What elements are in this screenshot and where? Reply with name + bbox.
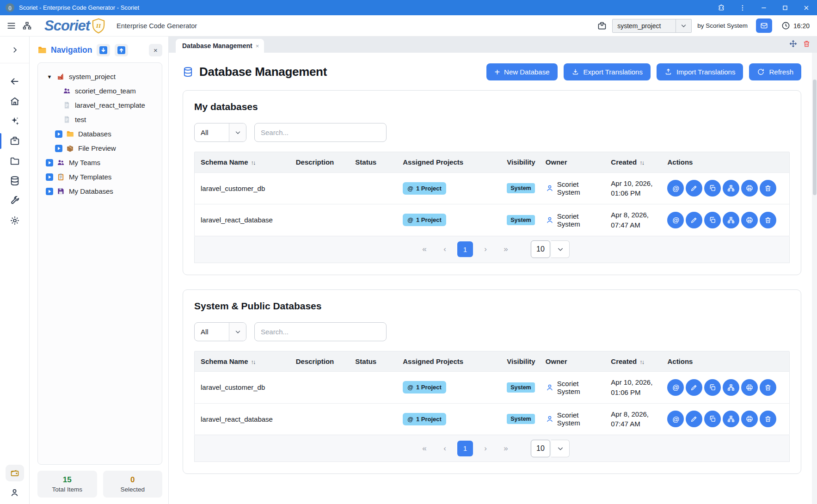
sitemap-icon[interactable] (23, 21, 31, 30)
tree-item-file-preview[interactable]: File Preview (41, 141, 159, 155)
tools-button[interactable] (0, 195, 29, 207)
copy-action-button[interactable] (704, 411, 721, 427)
databases-button[interactable] (0, 175, 29, 187)
edit-action-button[interactable] (686, 180, 702, 197)
col-created[interactable]: Created↑↓ (605, 351, 661, 372)
col-schema-name[interactable]: Schema Name↑↓ (195, 351, 290, 372)
edit-action-button[interactable] (686, 411, 702, 427)
copy-action-button[interactable] (704, 180, 721, 197)
link-action-button[interactable]: @ (667, 180, 684, 197)
import-translations-button[interactable]: Import Translations (657, 63, 743, 80)
vertical-scrollbar[interactable] (812, 53, 817, 504)
tree-item-my-templates[interactable]: My Templates (41, 170, 159, 184)
last-page-button[interactable]: » (496, 444, 516, 453)
projects-button[interactable] (0, 135, 29, 147)
col-created[interactable]: Created↑↓ (605, 152, 661, 172)
chevron-down-icon[interactable] (676, 19, 691, 32)
wallet-button[interactable] (6, 465, 24, 481)
expand-panel-button[interactable] (0, 37, 29, 63)
tree-item-system-project[interactable]: ▼ system_project (41, 69, 159, 84)
home-button[interactable] (0, 95, 29, 107)
chevron-down-icon[interactable] (229, 123, 246, 141)
sparkles-button[interactable] (0, 115, 29, 127)
print-action-button[interactable] (741, 180, 758, 197)
link-action-button[interactable]: @ (667, 411, 684, 427)
expand-toggle-icon[interactable] (45, 188, 54, 195)
copy-action-button[interactable] (704, 379, 721, 396)
expand-toggle-icon[interactable] (45, 159, 54, 166)
expand-toggle-icon[interactable] (45, 173, 54, 181)
close-button[interactable] (796, 0, 817, 15)
delete-action-button[interactable] (760, 379, 776, 396)
filter-select[interactable]: All (194, 322, 246, 341)
prev-page-button[interactable]: ‹ (435, 245, 455, 254)
next-page-button[interactable]: › (475, 444, 496, 453)
link-action-button[interactable]: @ (667, 212, 684, 228)
edit-action-button[interactable] (686, 212, 702, 228)
col-schema-name[interactable]: Schema Name↑↓ (195, 152, 290, 172)
schema-action-button[interactable] (723, 180, 739, 197)
caret-down-icon[interactable]: ▼ (45, 74, 54, 80)
current-page-button[interactable]: 1 (457, 241, 473, 257)
page-size-select[interactable]: 10 (531, 440, 570, 457)
search-input[interactable] (254, 322, 387, 341)
assigned-projects-badge[interactable]: @1 Project (403, 182, 446, 195)
move-panel-icon[interactable] (789, 40, 797, 48)
edit-action-button[interactable] (686, 379, 702, 396)
hamburger-menu-icon[interactable] (6, 21, 16, 31)
chevron-down-icon[interactable] (229, 323, 246, 341)
expand-all-button[interactable] (115, 44, 128, 56)
delete-action-button[interactable] (760, 411, 776, 427)
page-size-select[interactable]: 10 (531, 240, 570, 258)
copy-action-button[interactable] (704, 212, 721, 228)
expand-toggle-icon[interactable] (55, 145, 63, 152)
collapse-all-button[interactable] (97, 44, 110, 56)
export-translations-button[interactable]: Export Translations (564, 63, 651, 80)
chevron-down-icon[interactable] (551, 440, 570, 457)
current-page-button[interactable]: 1 (457, 441, 473, 456)
print-action-button[interactable] (741, 411, 758, 427)
schema-action-button[interactable] (723, 411, 739, 427)
delete-action-button[interactable] (760, 180, 776, 197)
project-select[interactable]: system_project (612, 19, 692, 33)
chevron-down-icon[interactable] (551, 240, 570, 258)
assigned-projects-badge[interactable]: @1 Project (403, 381, 446, 393)
schema-action-button[interactable] (723, 212, 739, 228)
delete-action-button[interactable] (760, 212, 776, 228)
settings-button[interactable] (0, 215, 29, 227)
delete-panel-icon[interactable] (803, 40, 811, 48)
close-navigation-button[interactable]: × (149, 44, 162, 56)
extensions-icon[interactable] (711, 0, 732, 15)
scrollbar-thumb[interactable] (813, 80, 817, 195)
files-button[interactable] (0, 155, 29, 167)
profile-button[interactable] (10, 488, 19, 498)
next-page-button[interactable]: › (475, 245, 496, 254)
minimize-button[interactable] (753, 0, 774, 15)
print-action-button[interactable] (741, 379, 758, 396)
prev-page-button[interactable]: ‹ (435, 444, 455, 453)
tree-item-databases[interactable]: Databases (41, 127, 159, 141)
search-input[interactable] (254, 123, 387, 142)
tree-item-scoriet-demo-team[interactable]: scoriet_demo_team (41, 84, 159, 98)
print-action-button[interactable] (741, 212, 758, 228)
tab-database-management[interactable]: Database Management × (176, 39, 264, 53)
new-database-button[interactable]: + New Database (486, 63, 557, 80)
first-page-button[interactable]: « (414, 245, 435, 254)
first-page-button[interactable]: « (414, 444, 435, 453)
link-action-button[interactable]: @ (667, 379, 684, 396)
maximize-button[interactable] (774, 0, 796, 15)
assigned-projects-badge[interactable]: @1 Project (403, 413, 446, 425)
tree-item-my-databases[interactable]: My Databases (41, 184, 159, 198)
refresh-button[interactable]: Refresh (749, 63, 801, 80)
assigned-projects-badge[interactable]: @1 Project (403, 214, 446, 226)
schema-action-button[interactable] (723, 379, 739, 396)
filter-select[interactable]: All (194, 123, 246, 142)
tree-item-laravel-react-template[interactable]: laravel_react_template (41, 98, 159, 112)
tree-item-test[interactable]: test (41, 112, 159, 127)
back-button[interactable] (0, 75, 29, 87)
mail-button[interactable] (756, 18, 772, 33)
last-page-button[interactable]: » (496, 245, 516, 254)
browser-menu-icon[interactable] (732, 0, 753, 15)
expand-toggle-icon[interactable] (55, 130, 63, 138)
tab-close-icon[interactable]: × (255, 43, 260, 49)
